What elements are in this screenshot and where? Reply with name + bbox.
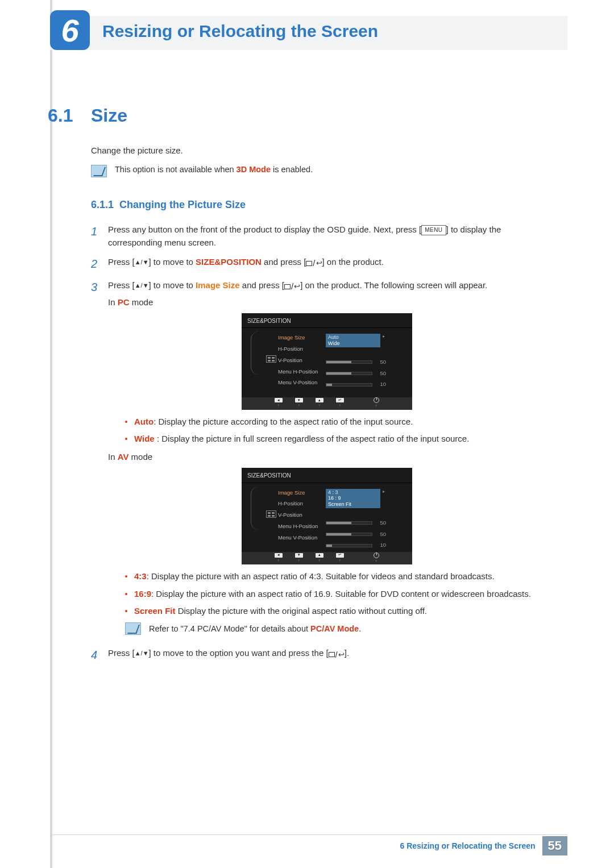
text: ] to move to the option you want and pre… [149,648,329,658]
note-suffix: . [359,624,361,633]
footer-rule [50,834,567,835]
enter-icon: ↵ [336,553,344,558]
chapter-number-badge: 6 [50,10,90,50]
screen-grid-icon [266,510,276,518]
up-down-icon: ▲/▼ [135,650,149,657]
desc: Display the picture with the original as… [176,606,427,616]
step-number: 2 [91,255,108,273]
source-enter-icon: /↩ [329,648,345,661]
section-intro: Change the picture size. [91,146,183,155]
left-icon: ◂ [275,553,283,558]
power-icon [374,397,379,403]
osd-values: Auto Wide 50 50 10 [326,331,406,389]
text: ] to move to [149,257,196,267]
osd-value: 10 [376,380,386,389]
note-suffix: is enabled. [271,165,313,174]
text: Press [ [108,280,135,290]
osd-label: Image Size [278,489,326,497]
up-icon: ▴ [316,398,323,402]
text: Press [ [108,648,135,658]
term: Auto [134,417,154,426]
note-prefix: Refer to "7.4 PC/AV Mode" for details ab… [149,624,310,633]
text: Press [ [108,257,135,267]
osd-slider: 50 [326,369,406,378]
osd-screenshot-av: SIZE&POSITION Image Size H-Position V-Po… [242,468,412,564]
pc-mode-label: In PC mode [108,296,546,309]
text: mode [130,297,154,307]
osd-value: 10 [376,541,386,550]
source-enter-icon: /↩ [284,280,300,293]
list-item: Wide : Display the picture in full scree… [125,433,546,446]
step-1: 1 Press any button on the front of the p… [91,223,546,250]
osd-values: 4 : 3 16 : 9 Screen Fit 50 50 10 [326,487,406,550]
subsection-heading: 6.1.1 Changing the Picture Size [91,199,246,211]
steps-list: 1 Press any button on the front of the p… [91,223,546,670]
osd-slider: 10 [326,380,406,389]
highlight: SIZE&POSITION [196,257,262,267]
screen-grid-icon [266,355,276,363]
side-rule [50,0,52,868]
up-down-icon: ▲/▼ [135,282,149,289]
osd-value: 50 [376,519,386,528]
power-icon [374,553,379,558]
note-text: This option is not available when 3D Mod… [115,165,313,174]
step-body: Press [▲/▼] to move to SIZE&POSITION and… [108,255,546,273]
osd-option-selected: Wide [328,340,378,347]
section-number: 6.1 [48,105,73,126]
osd-option-selected: 16 : 9 [328,495,378,501]
osd-label: Menu H-Position [278,368,326,376]
note-text: Refer to "7.4 PC/AV Mode" for details ab… [149,622,361,635]
osd-label: Menu H-Position [278,522,326,531]
note-icon [125,622,141,635]
osd-labels: Image Size H-Position V-Position Menu H-… [278,487,326,550]
text: ] on the product. The following screen w… [300,280,487,290]
menu-key-icon: MENU [421,225,446,235]
left-icon: ◂ [275,398,283,402]
text: ] to move to [149,280,196,290]
av-options-list: 4:3: Display the picture with an aspect … [125,570,546,618]
step-3: 3 Press [▲/▼] to move to Image Size and … [91,279,546,641]
highlight: PC [118,297,130,307]
step-number: 4 [91,646,108,664]
section-title: Size [91,105,127,126]
text: In [108,452,118,462]
step-2: 2 Press [▲/▼] to move to SIZE&POSITION a… [91,255,546,273]
list-item: Screen Fit Display the picture with the … [125,605,546,618]
up-icon: ▴ [316,553,323,558]
down-icon: ▾ [295,553,303,558]
page-footer: 6 Resizing or Relocating the Screen 55 [400,836,567,855]
osd-label: V-Position [278,356,326,365]
osd-option: 4 : 3 [328,489,378,496]
subsection-number: 6.1.1 [91,199,114,210]
osd-slider: 50 [326,358,406,367]
footer-chapter-text: 6 Resizing or Relocating the Screen [400,841,535,850]
step-number: 3 [91,279,108,641]
list-item: 16:9: Display the picture with an aspect… [125,588,546,601]
subsection-title: Changing the Picture Size [119,199,246,210]
osd-footer: ◂▾ ▾▾ ▴▾ ↵▾ ▾ [242,397,412,410]
av-mode-label: In AV mode [108,450,546,463]
note-3d-mode: This option is not available when 3D Mod… [91,165,313,177]
desc: : Display the picture with an aspect rat… [151,589,531,599]
osd-arc [251,487,264,530]
text: Press any button on the front of the pro… [108,225,421,234]
text: In [108,297,118,307]
text: ]. [345,648,349,658]
note-bold: 3D Mode [237,165,271,174]
step-4: 4 Press [▲/▼] to move to the option you … [91,646,546,664]
osd-label: Image Size [278,334,326,342]
chapter-title: Resizing or Relocating the Screen [102,22,378,41]
list-item: Auto: Display the picture according to t… [125,416,546,429]
osd-value: 50 [376,369,386,378]
osd-value: 50 [376,358,386,367]
step-body: Press [▲/▼] to move to the option you wa… [108,646,546,664]
osd-label: Menu V-Position [278,534,326,542]
enter-icon: ↵ [336,398,344,402]
up-down-icon: ▲/▼ [135,259,149,265]
term: 4:3 [134,571,147,581]
osd-footer: ◂▾ ▾▾ ▴▾ ↵▾ ▾ [242,552,412,564]
osd-labels: Image Size H-Position V-Position Menu H-… [278,331,326,389]
text: mode [128,452,152,462]
step-number: 1 [91,223,108,250]
osd-dropdown: 4 : 3 16 : 9 Screen Fit [326,489,380,508]
